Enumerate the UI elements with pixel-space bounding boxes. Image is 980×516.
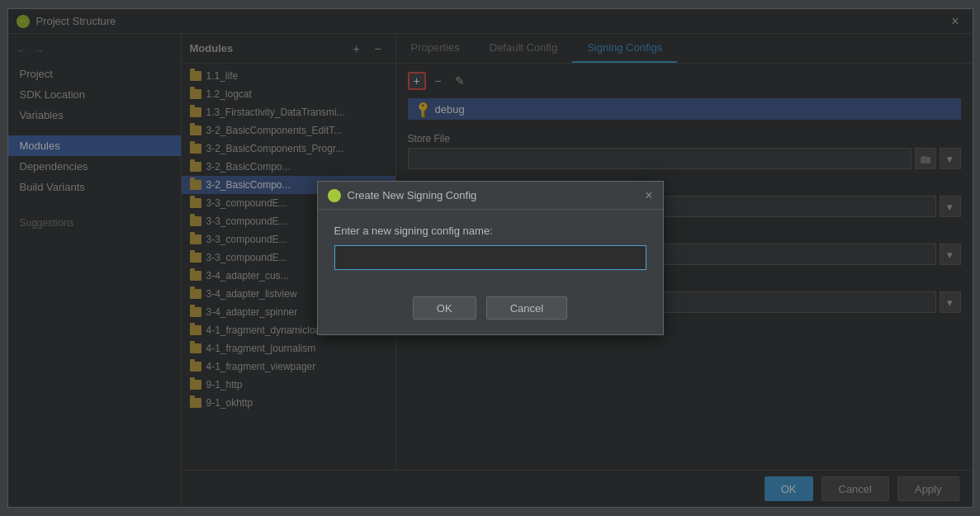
dialog-title-bar: Create New Signing Config ×	[318, 182, 663, 210]
create-signing-config-dialog: Create New Signing Config × Enter a new …	[317, 181, 664, 335]
dialog-overlay: Create New Signing Config × Enter a new …	[8, 9, 973, 507]
dialog-body: Enter a new signing config name:	[318, 210, 663, 285]
dialog-ok-button[interactable]: OK	[413, 296, 476, 320]
dialog-close-button[interactable]: ×	[645, 188, 652, 203]
dialog-footer: OK Cancel	[318, 285, 663, 334]
dialog-cancel-button[interactable]: Cancel	[486, 296, 567, 320]
dialog-title: Create New Signing Config	[348, 189, 477, 201]
dialog-config-name-input[interactable]	[334, 245, 646, 270]
dialog-input-label: Enter a new signing config name:	[334, 225, 646, 237]
dialog-android-icon	[328, 189, 341, 202]
dialog-title-left: Create New Signing Config	[328, 189, 477, 202]
project-structure-window: Project Structure × ← → Project SDK Loca…	[7, 8, 973, 508]
